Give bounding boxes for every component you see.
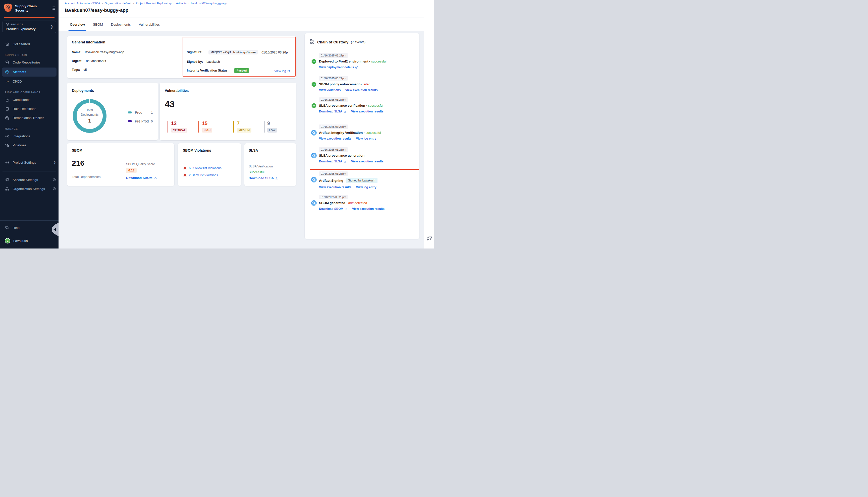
view-log-entry-link[interactable]: View log entry — [356, 185, 376, 189]
document-search-icon — [5, 98, 10, 102]
sidebar-item-help[interactable]: ? Help — [0, 223, 58, 232]
vulnerabilities-total: 43 — [165, 99, 174, 109]
chain-of-custody-count: (7 events) — [351, 40, 365, 44]
view-execution-results-link[interactable]: View execution results — [345, 88, 378, 92]
view-execution-results-link[interactable]: View execution results — [319, 185, 351, 189]
right-utility-rail — [424, 0, 434, 248]
gear-icon — [5, 160, 10, 165]
warning-triangle-icon — [183, 173, 187, 178]
download-slsa-link[interactable]: Download SLSA — [319, 160, 347, 163]
artifact-name-value: lavakush07/easy-buggy-app — [85, 51, 124, 54]
sidebar-item-organization-settings[interactable]: Organization Settings — [0, 184, 58, 194]
sidebar-section-risk-and-compliance: RISK AND COMPLIANCE — [0, 91, 58, 94]
event-title: Artifact Signing — [319, 179, 343, 183]
sbom-violations-card: SBOM Violations 637 Allow list Violation… — [178, 143, 241, 186]
total-deployments-value: 1 — [88, 117, 91, 124]
tab-bar: Overview SBOM Deployments Vulnerabilitie… — [67, 18, 163, 31]
sidebar-item-compliance[interactable]: Compliance — [0, 95, 58, 104]
app-grid-icon[interactable] — [51, 6, 56, 11]
project-selector[interactable]: PROJECT Product Exploratory ❯ — [2, 20, 56, 33]
pipeline-icon: ∞ — [311, 59, 317, 64]
user-menu[interactable]: L Lavakush — [0, 236, 58, 245]
scan-icon — [311, 130, 317, 136]
breadcrumb-account[interactable]: Account: Automation-SSCA — [65, 2, 100, 5]
deployments-donut-chart: TotalDeployments 1 — [73, 99, 107, 133]
view-violations-link[interactable]: View violations — [319, 88, 340, 92]
signed-by-badge: Signed by Lavakush — [346, 178, 378, 183]
prod-swatch — [128, 111, 132, 113]
tab-deployments[interactable]: Deployments — [108, 18, 134, 31]
tags-value: v5 — [83, 68, 87, 72]
event-timestamp: 01/16/2025 03:27pm — [319, 76, 348, 81]
sidebar-item-integrations[interactable]: Integrations — [0, 132, 58, 141]
sbom-quality-score-value: 6.13 — [126, 168, 137, 173]
sidebar-divider — [2, 154, 56, 154]
download-sbom-link[interactable]: Download SBOM — [126, 176, 157, 180]
download-sbom-link[interactable]: Download SBOM — [319, 207, 348, 211]
vulnerabilities-card: Vulnerabilities 43 12 CRITICAL 15 HIGH 7… — [160, 83, 296, 140]
event-title: Artifact Integrity Verification — [319, 131, 363, 134]
card-title: SLSA — [249, 148, 258, 152]
view-execution-results-link[interactable]: View execution results — [351, 160, 383, 163]
sidebar-item-remediation-tracker[interactable]: Remediation Tracker — [0, 113, 58, 123]
deny-list-violations-link[interactable]: 2 Deny list Violations — [189, 173, 218, 177]
external-link-icon — [355, 66, 358, 69]
event-title: SLSA provenance generation — [319, 154, 364, 157]
signed-by-value: Lavakush — [207, 60, 220, 63]
sidebar-section-manage: MANAGE — [0, 128, 58, 130]
sidebar-item-artifacts[interactable]: Artifacts — [2, 68, 56, 76]
tab-vulnerabilities[interactable]: Vulnerabilities — [136, 18, 163, 31]
info-icon — [53, 178, 56, 182]
tab-sbom[interactable]: SBOM — [90, 18, 106, 31]
sidebar-nav: Get Started SUPPLY CHAIN Code Repositori… — [0, 40, 58, 194]
scan-icon — [311, 200, 317, 206]
brand-divider — [4, 17, 55, 18]
view-deployment-details-link[interactable]: View deployment details — [319, 66, 358, 69]
sidebar-item-project-settings[interactable]: Project Settings ❯ — [0, 158, 58, 167]
sidebar-item-rule-definitions[interactable]: Rule Definitions — [0, 104, 58, 113]
home-icon — [5, 42, 10, 46]
sidebar-item-get-started[interactable]: Get Started — [0, 40, 58, 49]
collapse-arrow-icon — [54, 228, 56, 231]
breadcrumb-artifacts[interactable]: Artifacts — [176, 2, 187, 5]
event-title: SLSA provenance verification — [319, 104, 365, 108]
project-selector-label: PROJECT — [11, 23, 23, 26]
chain-of-custody-card: Chain of Custody (7 events) ∞ 01/16/2025… — [305, 33, 419, 239]
feedback-chat-icon[interactable] — [426, 235, 432, 242]
severity-critical: 12 CRITICAL — [168, 121, 187, 132]
breadcrumb-project[interactable]: Project: Product Exploratory — [136, 2, 171, 5]
avatar: L — [5, 238, 10, 243]
sidebar-section-supply-chain: SUPPLY CHAIN — [0, 54, 58, 56]
view-log-entry-link[interactable]: View log entry — [356, 137, 376, 140]
sidebar-item-code-repositories[interactable]: Code Repositories — [0, 58, 58, 67]
external-link-icon — [287, 70, 290, 73]
view-execution-results-link[interactable]: View execution results — [351, 110, 383, 113]
view-execution-results-link[interactable]: View execution results — [319, 137, 351, 140]
scan-icon — [311, 177, 317, 183]
event-title: SBOM generated — [319, 201, 345, 205]
signature-label: Signature: — [187, 51, 202, 54]
download-icon — [345, 207, 348, 210]
download-slsa-link[interactable]: Download SLSA — [319, 110, 347, 113]
sidebar-item-cicd[interactable]: ∞ CI/CD — [0, 77, 58, 86]
tab-overview[interactable]: Overview — [67, 18, 88, 31]
download-slsa-link[interactable]: Download SLSA — [249, 176, 278, 180]
breadcrumb-organization[interactable]: Organization: default — [104, 2, 131, 5]
event-timestamp: 01/16/2025 03:26pm — [319, 171, 348, 176]
vertical-divider — [181, 46, 181, 75]
tags-label: Tags: — [72, 68, 80, 72]
pipeline-icon: ∞ — [311, 82, 317, 87]
severity-high: 15 HIGH — [198, 121, 212, 132]
coc-event-artifact-signing: 01/16/2025 03:26pm Artifact SigningSigne… — [305, 171, 419, 189]
allow-list-violations-link[interactable]: 637 Allow list Violations — [189, 167, 222, 170]
sidebar-item-account-settings[interactable]: Account Settings — [0, 175, 58, 184]
app-window: Supply Chain Security PROJECT Product Ex… — [0, 0, 434, 248]
view-execution-results-link[interactable]: View execution results — [352, 207, 384, 211]
signed-by-label: Signed by: — [187, 60, 203, 63]
card-title: SBOM Violations — [183, 148, 211, 152]
sidebar-item-pipelines[interactable]: Pipelines — [0, 141, 58, 150]
view-log-link[interactable]: View log — [274, 69, 290, 73]
breadcrumb-artifact-name[interactable]: lavakush07/easy-buggy-app — [191, 2, 227, 5]
pre-prod-count: 0 — [151, 119, 153, 123]
chevron-right-icon: ❯ — [53, 161, 56, 165]
